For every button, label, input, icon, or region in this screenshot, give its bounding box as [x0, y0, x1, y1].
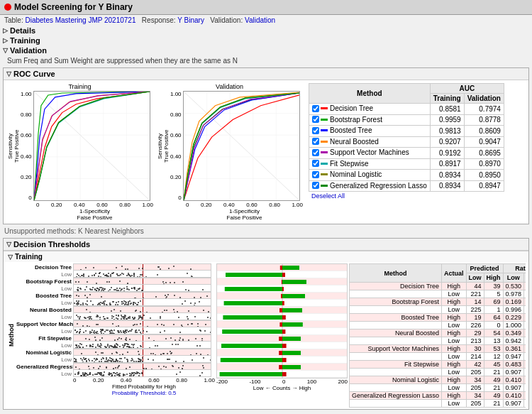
rate-method-cell: [350, 322, 442, 329]
training-x-axis: 00.200.400.600.801.00: [36, 201, 153, 208]
rate-high-rate-header: High: [524, 273, 526, 283]
rate-method-cell: [350, 353, 442, 361]
dot-area-high: [73, 292, 211, 299]
rate-method-cell: [350, 384, 442, 392]
auc-method-cell: Decision Tree: [309, 104, 431, 115]
rate-row: Low 205 21 0.907 0.093: [350, 400, 526, 408]
rate-row: Low 221 5 0.978 0.022: [350, 290, 526, 298]
rate-low-rate-cell: 0.349: [503, 329, 524, 337]
svg-rect-28: [225, 287, 282, 291]
auc-training-val: 0.8581: [430, 104, 464, 115]
method-checkbox[interactable]: [312, 149, 319, 156]
details-triangle: ▷: [3, 27, 8, 34]
rate-low-rate-cell: 0.907: [503, 369, 524, 376]
rate-method-cell: Boosted Tree: [350, 314, 442, 322]
table-link[interactable]: Diabetes Mastering JMP 20210721: [25, 16, 135, 24]
rate-high-rate-cell: 0.004: [524, 306, 526, 314]
rate-high-rate-cell: 0.470: [524, 283, 526, 290]
method-checkbox[interactable]: [312, 138, 319, 145]
roc-triangle: ▽: [6, 70, 11, 77]
row-level-label: Low: [16, 314, 73, 320]
rate-level-cell: High: [442, 361, 467, 369]
method-checkbox[interactable]: [312, 171, 319, 178]
rate-low-rate-cell: 0.942: [503, 337, 524, 345]
method-checkbox[interactable]: [312, 182, 319, 189]
training-label: Training: [10, 36, 40, 45]
dot-plot-low-row: Low: [16, 342, 215, 349]
row-level-label: Low: [16, 371, 73, 377]
row-level-label: Low: [16, 342, 73, 349]
training-sub-triangle: ▽: [8, 254, 13, 261]
svg-rect-38: [279, 308, 282, 312]
bar-high-row: [217, 321, 347, 328]
validation-header[interactable]: ▽ Validation: [0, 45, 532, 55]
rate-high-pred-cell: 69: [484, 298, 503, 306]
rate-low-pred-cell: 226: [466, 322, 484, 329]
method-checkbox[interactable]: [312, 116, 319, 123]
auc-validation-val: 0.8950: [464, 170, 504, 181]
training-header[interactable]: ▷ Training: [0, 36, 532, 45]
method-checkbox[interactable]: [312, 160, 319, 167]
dot-area-low: [73, 285, 211, 292]
svg-rect-23: [282, 273, 285, 277]
dot-area-low: [73, 271, 211, 278]
rate-row: Bootstrap Forest High 14 69 0.169 0.831: [350, 298, 526, 306]
rate-high-pred-cell: 21: [484, 384, 503, 392]
training-subsection: ▽ Training Method Decision Tree LowBoots…: [4, 251, 528, 409]
svg-rect-65: [282, 372, 287, 376]
response-link[interactable]: Y Binary: [177, 16, 204, 24]
rate-level-cell: High: [442, 298, 467, 306]
rate-high-rate-cell: 0.093: [524, 384, 526, 392]
svg-rect-37: [282, 308, 302, 312]
dot-x-axis: 00.200.400.600.801.00: [16, 377, 215, 383]
row-level-label: Low: [16, 271, 73, 278]
svg-rect-41: [282, 315, 286, 320]
rate-method-cell: Neural Boosted: [350, 329, 442, 337]
bar-low-row: [217, 300, 347, 307]
rate-row: Low 226 0 1.000 0.000: [350, 322, 526, 329]
rate-low-rate-cell: 0.947: [503, 353, 524, 361]
deselect-all[interactable]: Deselect All: [309, 192, 526, 200]
row-method-label: Decision Tree: [16, 264, 73, 271]
rate-low-rate-cell: 0.361: [503, 345, 524, 353]
auc-training-val: 0.8934: [430, 180, 464, 192]
svg-rect-62: [279, 365, 282, 369]
validation-triangle: ▽: [3, 47, 8, 54]
rate-high-rate-cell: 0.578: [524, 361, 526, 369]
rate-method-cell: Decision Tree: [350, 283, 442, 290]
validation-roc-container: Validation SensitivityTrue Positive 1.00…: [156, 83, 303, 221]
svg-rect-56: [279, 351, 282, 355]
training-triangle: ▷: [3, 37, 8, 44]
svg-rect-61: [282, 365, 301, 369]
auc-method-cell: Boosted Tree: [309, 126, 431, 137]
dt-title[interactable]: ▽ Decision Thresholds: [4, 239, 528, 251]
validation-link[interactable]: Validation: [245, 16, 275, 24]
rate-low-pred-cell: 221: [466, 290, 484, 298]
auc-validation-val: 0.9047: [464, 136, 504, 148]
svg-rect-25: [282, 280, 306, 284]
dt-content: Method Decision Tree LowBootstrap Forest…: [4, 262, 528, 409]
table-label: Table:: [4, 16, 23, 24]
window-icon: [4, 4, 11, 11]
rate-high-rate-cell: 0.053: [524, 353, 526, 361]
training-sub-title[interactable]: ▽ Training: [4, 251, 528, 262]
svg-rect-44: [279, 322, 282, 327]
method-checkbox[interactable]: [312, 127, 319, 134]
dot-plot-high-row: Generalized Regression Lasso: [16, 363, 215, 370]
details-header[interactable]: ▷ Details: [0, 26, 532, 36]
row-method-label: Neural Boosted: [16, 307, 73, 313]
bar-high-row: [217, 349, 347, 356]
bar-low-row: [217, 356, 347, 364]
dot-area-high: [73, 263, 211, 271]
svg-rect-34: [224, 301, 282, 305]
auc-table-container: Method AUC Training Validation Decision …: [306, 83, 526, 221]
rate-method-cell: Nominal Logistic: [350, 376, 442, 384]
roc-title[interactable]: ▽ ROC Curve: [4, 68, 528, 80]
rate-row: Support Vector Machines High 30 53 0.361…: [350, 345, 526, 353]
rate-method-cell: [350, 306, 442, 314]
bar-low-row: [217, 314, 347, 321]
auc-validation-val: 0.8609: [464, 126, 504, 137]
auc-method-cell: Neural Boosted: [309, 136, 431, 148]
dot-plot-high-row: Bootstrap Forest: [16, 278, 215, 285]
method-checkbox[interactable]: [312, 105, 319, 112]
